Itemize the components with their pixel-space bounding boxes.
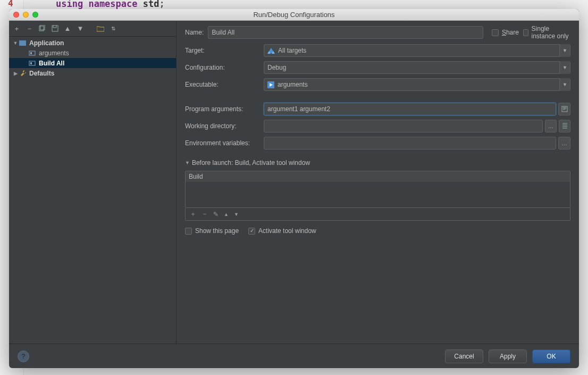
chevron-down-icon: ▼ <box>559 44 570 57</box>
before-launch-toolbar: ＋ － ✎ ▲ ▼ <box>185 208 570 221</box>
env-label: Environment variables: <box>185 139 259 147</box>
code-line: using namespace std; <box>56 0 165 9</box>
code-semicolon: ; <box>159 0 165 9</box>
disclosure-open-icon: ▼ <box>12 40 19 46</box>
sort-button[interactable]: ⇅ <box>109 24 117 33</box>
macros-workdir-button[interactable] <box>559 120 570 132</box>
workdir-label: Working directory: <box>185 122 259 130</box>
single-instance-checkbox[interactable]: Single instance only <box>523 25 570 40</box>
activate-tool-window-label: Activate tool window <box>258 227 316 235</box>
bl-down-button[interactable]: ▼ <box>234 212 239 217</box>
move-down-button[interactable]: ▼ <box>76 24 85 33</box>
run-debug-dialog: Run/Debug Configurations ＋ － ▲ ▼ ⇅ <box>9 9 579 368</box>
apply-button[interactable]: Apply <box>489 349 527 363</box>
wrench-icon <box>19 70 27 77</box>
svg-rect-4 <box>30 52 32 54</box>
tree-row-build-all[interactable]: Build All <box>9 58 176 68</box>
target-value: All targets <box>278 47 306 54</box>
svg-rect-3 <box>29 51 35 55</box>
tree-row-application[interactable]: ▼Application <box>9 38 176 48</box>
tree-label: Application <box>29 39 64 47</box>
move-up-button[interactable]: ▲ <box>63 24 72 33</box>
executable-label: Executable: <box>185 81 259 88</box>
save-config-button[interactable] <box>51 24 59 33</box>
bl-up-button[interactable]: ▲ <box>224 212 229 217</box>
single-instance-label: Single instance only <box>532 25 570 40</box>
share-checkbox[interactable]: SSharehare <box>492 29 519 36</box>
config-form: Name: SSharehare Single instance only Ta… <box>177 21 579 344</box>
tree-row-arguments[interactable]: arguments <box>9 48 176 58</box>
bl-add-button[interactable]: ＋ <box>190 210 196 219</box>
config-sidebar: ＋ － ▲ ▼ ⇅ ▼ApplicationargumentsBuild All… <box>9 21 177 344</box>
titlebar: Run/Debug Configurations <box>9 9 579 21</box>
configuration-combo[interactable]: Debug ▼ <box>264 61 570 74</box>
dialog-button-bar: ? Cancel Apply OK <box>9 344 579 368</box>
configuration-value: Debug <box>267 64 286 71</box>
remove-config-button[interactable]: － <box>25 24 33 33</box>
line-number: 4 <box>8 0 13 9</box>
before-launch-header[interactable]: ▼ Before launch: Build, Activate tool wi… <box>185 154 570 166</box>
svg-rect-6 <box>30 62 32 64</box>
cancel-button[interactable]: Cancel <box>445 349 483 363</box>
help-button[interactable]: ? <box>18 351 29 362</box>
target-label: Target: <box>185 47 259 54</box>
name-label: Name: <box>185 29 204 36</box>
before-launch-title: Before launch: Build, Activate tool wind… <box>192 159 310 166</box>
cpp-icon <box>19 39 27 47</box>
svg-rect-0 <box>39 26 44 31</box>
folder-button[interactable] <box>96 24 105 33</box>
dialog-title: Run/Debug Configurations <box>9 11 579 19</box>
show-this-page-checkbox[interactable]: Show this page <box>185 227 239 235</box>
environment-variables-input[interactable] <box>264 137 556 149</box>
browse-workdir-button[interactable]: … <box>545 120 557 132</box>
expand-args-button[interactable] <box>558 103 570 115</box>
svg-rect-2 <box>19 40 26 46</box>
bl-edit-button[interactable]: ✎ <box>213 211 219 218</box>
chevron-down-icon: ▼ <box>559 78 570 91</box>
tree-label: Defaults <box>29 70 54 77</box>
before-launch-item[interactable]: Build <box>186 171 570 182</box>
prog-args-label: Program arguments: <box>185 105 259 113</box>
working-directory-input[interactable] <box>264 120 543 132</box>
name-input[interactable] <box>208 26 483 39</box>
disclosure-closed-icon: ▶ <box>12 71 19 76</box>
tree-row-defaults[interactable]: ▶Defaults <box>9 68 176 78</box>
chevron-down-icon: ▼ <box>559 61 570 74</box>
tree-label: Build All <box>39 60 64 67</box>
targets-icon <box>267 47 275 54</box>
activate-tool-window-checkbox[interactable]: Activate tool window <box>248 227 316 235</box>
executable-icon <box>267 81 274 88</box>
bl-remove-button[interactable]: － <box>201 210 208 219</box>
target-icon <box>28 49 37 57</box>
copy-config-button[interactable] <box>38 24 46 33</box>
executable-value: arguments <box>278 81 308 88</box>
target-combo[interactable]: All targets ▼ <box>264 44 570 57</box>
tree-label: arguments <box>39 49 69 57</box>
config-toolbar: ＋ － ▲ ▼ ⇅ <box>9 21 176 37</box>
config-tree[interactable]: ▼ApplicationargumentsBuild All▶Defaults <box>9 37 176 344</box>
ok-button[interactable]: OK <box>532 349 570 363</box>
show-this-page-label: Show this page <box>195 227 239 235</box>
code-keyword: using namespace <box>56 0 138 9</box>
configuration-label: Configuration: <box>185 64 259 71</box>
svg-rect-1 <box>40 25 45 30</box>
add-config-button[interactable]: ＋ <box>12 24 21 33</box>
before-launch-list[interactable]: Build <box>185 171 570 208</box>
edit-env-button[interactable]: … <box>558 137 570 149</box>
target-icon <box>28 60 37 67</box>
svg-rect-5 <box>29 61 35 65</box>
code-namespace: std <box>143 0 159 9</box>
program-arguments-input[interactable] <box>264 103 556 115</box>
executable-combo[interactable]: arguments ▼ <box>264 78 570 91</box>
